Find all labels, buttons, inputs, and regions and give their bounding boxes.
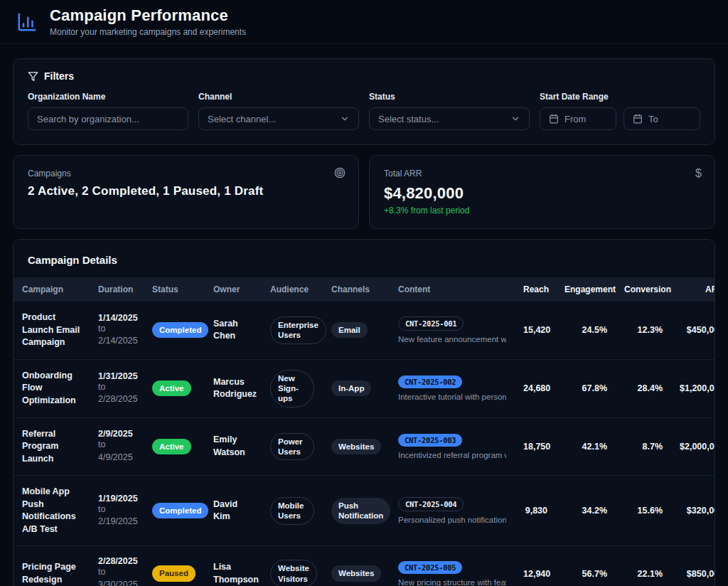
conversion-value: 28.4%	[616, 359, 671, 417]
duration-separator: to	[98, 381, 135, 394]
duration-end: 3/30/2025	[98, 579, 135, 586]
channel-badge: Websites	[331, 565, 381, 581]
duration-start: 1/31/2025	[98, 371, 135, 381]
content-description: New feature announcement with ...	[398, 335, 506, 343]
status-badge: Active	[152, 380, 191, 396]
campaign-details-panel: Campaign Details CampaignDurationStatusO…	[13, 239, 715, 586]
status-badge: Completed	[152, 503, 208, 518]
organization-search-input[interactable]	[28, 107, 188, 130]
duration-end: 4/9/2025	[98, 452, 135, 464]
table-row[interactable]: Onboarding Flow Optimization 1/31/2025 t…	[14, 359, 715, 417]
engagement-value: 56.7%	[556, 546, 616, 586]
channel-badge: Email	[331, 322, 368, 338]
column-header: Content	[390, 277, 515, 302]
engagement-value: 24.5%	[556, 302, 616, 359]
campaign-name: Onboarding Flow Optimization	[22, 370, 81, 407]
reach-value: 15,420	[515, 302, 556, 359]
reach-value: 9,830	[515, 476, 556, 546]
duration-start: 2/9/2025	[98, 429, 135, 439]
engagement-value: 42.1%	[556, 417, 616, 476]
date-to-value: To	[648, 114, 658, 124]
table-row[interactable]: Pricing Page Redesign 2/28/2025 to 3/30/…	[14, 546, 715, 586]
campaigns-summary-label: Campaigns	[28, 169, 344, 179]
date-to-picker[interactable]: To	[623, 107, 700, 130]
content-id-badge: CNT-2025-001	[398, 316, 464, 331]
arr-value: $450,000	[671, 302, 715, 359]
duration-separator: to	[98, 439, 135, 452]
owner-name: Marcus Rodriguez	[213, 376, 253, 401]
column-header: ARR	[671, 277, 715, 302]
audience-badge: New Sign-ups	[270, 370, 314, 407]
column-header: Status	[144, 277, 205, 302]
column-header: Owner	[205, 277, 262, 302]
column-header: Engagement	[556, 277, 616, 302]
filters-panel: Filters Organization Name Channel Select…	[13, 58, 715, 145]
column-header: Channels	[323, 277, 390, 302]
table-title: Campaign Details	[14, 240, 714, 277]
duration-end: 2/14/2025	[98, 335, 135, 348]
date-range-label: Start Date Range	[540, 92, 700, 102]
content-description: Personalized push notifications w...	[398, 516, 506, 524]
content-description: Incentivized referral program wit...	[398, 451, 506, 459]
content-description: New pricing structure with featur...	[398, 578, 506, 586]
campaign-table-body: Product Launch Email Campaign 1/14/2025 …	[14, 302, 715, 586]
bar-chart-icon	[14, 9, 40, 35]
content-id-badge: CNT-2025-002	[398, 375, 462, 388]
status-badge: Active	[152, 439, 191, 454]
duration-start: 1/19/2025	[98, 494, 135, 504]
status-select-value: Select status...	[378, 114, 439, 124]
campaign-name: Pricing Page Redesign	[22, 561, 81, 586]
channel-label: Channel	[198, 92, 359, 102]
total-arr-card: Total ARR $4,820,000 +8.3% from last per…	[369, 155, 715, 229]
filter-funnel-icon	[28, 71, 38, 82]
owner-name: Lisa Thompson	[213, 561, 253, 586]
table-row[interactable]: Referral Program Launch 2/9/2025 to 4/9/…	[14, 417, 715, 476]
status-badge: Completed	[152, 322, 208, 338]
column-header: Reach	[515, 277, 556, 302]
page-header: Campaign Performance Monitor your market…	[0, 0, 728, 44]
engagement-value: 67.8%	[556, 359, 616, 417]
campaign-table: CampaignDurationStatusOwnerAudienceChann…	[14, 277, 715, 586]
reach-value: 24,680	[515, 359, 556, 417]
channel-select-value: Select channel...	[208, 114, 276, 124]
conversion-value: 12.3%	[616, 302, 671, 359]
column-header: Duration	[90, 277, 144, 302]
owner-name: Emily Watson	[213, 434, 253, 459]
campaign-name: Product Launch Email Campaign	[22, 311, 81, 349]
audience-badge: Mobile Users	[270, 497, 314, 525]
arr-value: $2,000,000	[671, 417, 715, 476]
channel-badge: Push Notification	[331, 498, 390, 524]
table-row[interactable]: Product Launch Email Campaign 1/14/2025 …	[14, 302, 715, 359]
content-id-badge: CNT-2025-003	[398, 434, 462, 447]
filters-title: Filters	[44, 70, 74, 82]
channel-badge: In-App	[331, 380, 371, 396]
owner-name: David Kim	[213, 499, 253, 523]
content-id-badge: CNT-2025-005	[398, 561, 462, 574]
arr-value: $320,000	[671, 476, 715, 546]
calendar-icon	[549, 114, 559, 124]
total-arr-label: Total ARR	[384, 169, 700, 179]
date-from-picker[interactable]: From	[540, 107, 616, 130]
column-header: Audience	[262, 277, 323, 302]
status-select[interactable]: Select status...	[369, 107, 530, 130]
duration-separator: to	[98, 323, 135, 336]
table-row[interactable]: Mobile App Push Notifications A/B Test 1…	[14, 476, 715, 546]
dollar-icon: $	[695, 167, 702, 180]
content-description: Interactive tutorial with personali...	[398, 393, 506, 401]
target-icon	[334, 167, 346, 179]
audience-badge: Website Visitors	[270, 560, 317, 586]
content-id-badge: CNT-2025-004	[398, 497, 464, 511]
chevron-down-icon	[340, 114, 350, 124]
reach-value: 18,750	[515, 417, 556, 476]
channel-select[interactable]: Select channel...	[198, 107, 359, 130]
reach-value: 12,940	[515, 546, 556, 586]
owner-name: Sarah Chen	[213, 318, 253, 343]
conversion-value: 15.6%	[616, 476, 671, 546]
campaign-name: Mobile App Push Notifications A/B Test	[22, 486, 81, 536]
total-arr-delta: +8.3% from last period	[384, 206, 700, 215]
total-arr-value: $4,820,000	[384, 184, 700, 203]
conversion-value: 22.1%	[616, 546, 671, 586]
column-header: Campaign	[14, 277, 90, 302]
date-from-value: From	[564, 114, 586, 124]
duration-start: 1/14/2025	[98, 313, 135, 323]
